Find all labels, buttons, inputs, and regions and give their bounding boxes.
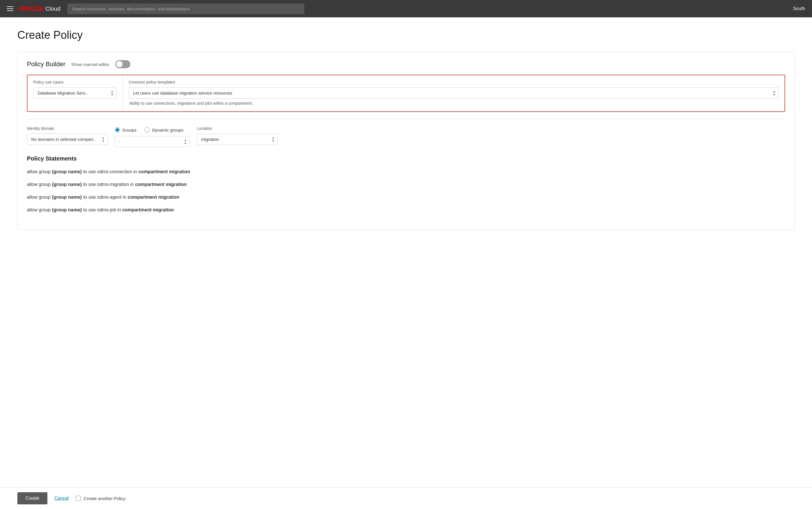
policy-statement-3: allow group {group name} to use odms-age… xyxy=(27,194,785,201)
compartment-3: compartment migration xyxy=(128,195,179,200)
policy-builder-card: Policy Builder Show manual editor Policy… xyxy=(17,52,795,230)
page-title: Create Policy xyxy=(17,29,795,41)
compartment-2: compartment migration xyxy=(135,182,187,187)
location-group: Location migration ▲▼ xyxy=(197,126,278,145)
show-manual-editor-label: Show manual editor xyxy=(71,62,110,67)
groups-radio-input[interactable] xyxy=(115,127,120,132)
location-select[interactable]: migration xyxy=(197,134,278,145)
identity-domain-label: Identity domain xyxy=(27,126,108,131)
global-search-input[interactable] xyxy=(67,3,305,14)
group-placeholder-2: {group name} xyxy=(52,182,82,187)
groups-select-wrapper: - ▲▼ xyxy=(115,136,190,147)
group-placeholder-3: {group name} xyxy=(52,195,82,200)
policy-templates-section: Policy use cases Database Migration Serv… xyxy=(27,75,785,112)
common-policy-templates-label: Common policy templates xyxy=(129,80,779,84)
oracle-cloud-label: Cloud xyxy=(45,5,61,12)
identity-domain-group: Identity domain No domains in selected c… xyxy=(27,126,108,145)
page-footer: Create Cancel Create another Policy xyxy=(0,487,812,509)
policy-use-cases-select-wrapper: Database Migration Serv... Compute Stora… xyxy=(33,87,117,99)
dynamic-groups-radio-input[interactable] xyxy=(145,127,150,132)
nav-user-label: South xyxy=(793,6,805,11)
hamburger-menu-icon[interactable] xyxy=(7,6,13,11)
policy-statements-section: Policy Statements allow group {group nam… xyxy=(27,155,785,213)
policy-use-cases-label: Policy use cases xyxy=(33,80,117,84)
policy-use-cases-column: Policy use cases Database Migration Serv… xyxy=(28,75,123,111)
groups-select[interactable]: - xyxy=(115,136,190,147)
policy-statement-4: allow group {group name} to use odms-job… xyxy=(27,206,785,213)
identity-groups-location-row: Identity domain No domains in selected c… xyxy=(27,126,785,147)
top-navigation: ORACLE Cloud South xyxy=(0,0,812,18)
common-policy-templates-column: Common policy templates Let users use da… xyxy=(123,75,784,111)
create-another-label: Create another Policy xyxy=(84,496,126,501)
dynamic-groups-radio-text: Dynamic groups xyxy=(152,128,183,132)
identity-domain-select-wrapper: No domains in selected compart... ▲▼ xyxy=(27,134,108,145)
group-placeholder-1: {group name} xyxy=(52,169,82,174)
policy-builder-header: Policy Builder Show manual editor xyxy=(27,60,785,68)
groups-dynamic-groups-group: Groups Dynamic groups - ▲▼ xyxy=(115,126,190,147)
groups-radio-group: Groups Dynamic groups xyxy=(115,126,190,132)
create-button[interactable]: Create xyxy=(17,492,47,504)
policy-statement-2: allow group {group name} to use odms-mig… xyxy=(27,181,785,188)
compartment-1: compartment migration xyxy=(138,169,190,174)
location-label: Location xyxy=(197,126,278,131)
create-another-checkbox[interactable] xyxy=(76,496,81,501)
group-placeholder-4: {group name} xyxy=(52,207,82,212)
groups-radio-text: Groups xyxy=(122,128,136,132)
location-select-wrapper: migration ▲▼ xyxy=(197,134,278,145)
policy-statements-title: Policy Statements xyxy=(27,155,785,162)
cancel-button[interactable]: Cancel xyxy=(54,496,69,501)
show-manual-editor-toggle[interactable] xyxy=(115,60,130,68)
section-divider xyxy=(27,119,785,119)
policy-use-cases-select[interactable]: Database Migration Serv... Compute Stora… xyxy=(34,88,116,98)
identity-domain-select[interactable]: No domains in selected compart... xyxy=(27,134,108,145)
oracle-logo: ORACLE xyxy=(19,5,44,12)
policy-statement-1: allow group {group name} to use odms-con… xyxy=(27,168,785,175)
page-content: Create Policy Policy Builder Show manual… xyxy=(0,18,812,509)
compartment-4: compartment migration xyxy=(122,207,174,212)
dynamic-groups-radio-label[interactable]: Dynamic groups xyxy=(145,127,183,132)
common-policy-templates-select-wrapper: Let users use database migration service… xyxy=(129,87,779,99)
create-another-wrap: Create another Policy xyxy=(76,496,126,501)
template-description: Ability to use connections, migrations a… xyxy=(129,101,779,106)
common-policy-templates-select[interactable]: Let users use database migration service… xyxy=(129,88,778,98)
groups-radio-label[interactable]: Groups xyxy=(115,127,136,132)
policy-builder-title: Policy Builder xyxy=(27,61,65,68)
